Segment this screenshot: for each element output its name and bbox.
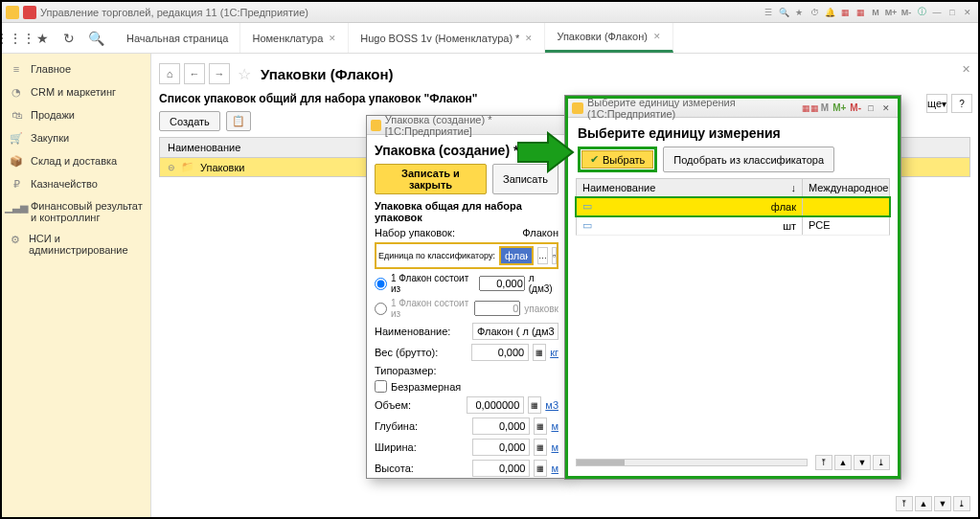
name-input[interactable] [472, 323, 558, 340]
back-button[interactable]: ← [184, 63, 205, 84]
grid-row[interactable]: ▭флак [576, 197, 890, 216]
sys-icon[interactable]: ▦ [838, 6, 852, 19]
app-title: Управление торговлей, редакция 11 (1С:Пр… [40, 7, 762, 18]
history-icon[interactable]: ↻ [56, 25, 82, 52]
more-button[interactable]: ще ▾ [926, 94, 947, 113]
nav-up[interactable]: ▲ [915, 496, 932, 511]
grid-row[interactable]: ▭шт PCE [576, 216, 890, 236]
radio2-value[interactable] [474, 301, 520, 316]
grid-icon[interactable]: ⋮⋮⋮ [2, 25, 29, 52]
sidebar-item-main[interactable]: ≡Главное [2, 57, 150, 80]
volume-input[interactable] [467, 396, 524, 414]
grid-header: Наименование↓ Международное [576, 178, 890, 197]
sys-icon[interactable]: ▦ [854, 6, 867, 19]
dialog-titlebar[interactable]: Выберите единицу измерения (1С:Предприят… [568, 99, 898, 118]
sys-icon[interactable]: ▦ [802, 103, 810, 113]
maximize-button[interactable]: □ [946, 6, 959, 19]
calc-button[interactable]: ▦ [534, 460, 547, 477]
calc-button[interactable]: ▦ [528, 396, 541, 414]
sidebar-item-treasury[interactable]: ₽Казначейство [2, 172, 150, 195]
depth-input[interactable] [472, 417, 530, 435]
dialog-heading: Выберите единицу измерения [568, 118, 898, 147]
tab-hugo[interactable]: Hugo BOSS 1v (Номенклатура) *✕ [349, 23, 545, 53]
classifier-input[interactable] [499, 246, 534, 265]
volume-unit[interactable]: м3 [545, 399, 558, 411]
m-button[interactable]: M [869, 6, 882, 19]
search-icon[interactable]: 🔍 [82, 25, 109, 52]
weight-unit[interactable]: кг [550, 347, 558, 358]
select-button[interactable]: ✔ Выбрать [581, 150, 653, 169]
width-unit[interactable]: м [551, 441, 558, 453]
help-button[interactable]: ? [951, 94, 972, 113]
height-unit[interactable]: м [551, 463, 558, 474]
depth-unit[interactable]: м [551, 420, 558, 432]
sidebar-item-sales[interactable]: 🛍Продажи [2, 103, 150, 126]
nav-down[interactable]: ▼ [934, 496, 951, 511]
favorite-icon[interactable]: ☆ [238, 65, 251, 83]
sidebar-item-admin[interactable]: ⚙НСИ и администрирование [2, 228, 150, 260]
tab-close-icon[interactable]: ✕ [525, 34, 533, 43]
sidebar-item-warehouse[interactable]: 📦Склад и доставка [2, 149, 150, 172]
create-button[interactable]: Создать [159, 111, 220, 131]
m-plus-button[interactable]: M+ [884, 6, 898, 19]
maximize-button[interactable]: □ [863, 102, 878, 115]
sys-icon[interactable]: ▦ [810, 103, 819, 113]
open-button[interactable]: ▫ [552, 247, 557, 264]
tab-packaging[interactable]: Упаковки (Флакон)✕ [545, 23, 672, 53]
radio-2[interactable] [375, 303, 387, 315]
home-button[interactable]: ⌂ [159, 63, 180, 84]
sidebar-item-crm[interactable]: ◔CRM и маркетинг [2, 80, 150, 103]
forward-button[interactable]: → [209, 63, 230, 84]
col-intl[interactable]: Международное [803, 179, 889, 196]
radio-1[interactable] [375, 278, 387, 290]
width-label: Ширина: [375, 441, 417, 453]
expand-icon[interactable]: ⊖ [168, 163, 175, 172]
scrollbar[interactable] [576, 459, 808, 466]
nav-first[interactable]: ⤒ [896, 496, 913, 511]
sidebar-item-purchases[interactable]: 🛒Закупки [2, 126, 150, 149]
m-plus-button[interactable]: M+ [831, 102, 848, 113]
calc-button[interactable]: ▦ [533, 344, 546, 361]
tab-close-icon[interactable]: ✕ [653, 32, 661, 41]
name-label: Наименование: [375, 326, 450, 337]
close-button[interactable]: ✕ [878, 102, 894, 115]
tab-close-icon[interactable]: ✕ [329, 34, 336, 43]
sys-icon[interactable]: 🔍 [777, 6, 790, 19]
set-value: Флакон [522, 227, 558, 238]
minimize-button[interactable]: — [930, 6, 944, 19]
sidebar-item-finance[interactable]: ▁▃▅Финансовый результат и контроллинг [2, 195, 150, 228]
sys-icon[interactable]: ⓘ [915, 6, 928, 19]
classifier-button[interactable]: Подобрать из классификатора [663, 147, 834, 172]
calc-button[interactable]: ▦ [534, 417, 547, 435]
radio1-value[interactable] [479, 276, 525, 291]
nav-last[interactable]: ⤓ [873, 455, 890, 470]
bezrazm-checkbox[interactable] [375, 380, 387, 393]
star-icon[interactable]: ★ [29, 25, 56, 52]
m-button[interactable]: M [819, 102, 831, 113]
close-button[interactable]: ✕ [961, 6, 974, 19]
sys-icon[interactable]: ★ [792, 6, 806, 19]
copy-button[interactable]: 📋 [226, 111, 251, 131]
sys-icon[interactable]: ⏱ [808, 6, 821, 19]
weight-input[interactable] [471, 344, 529, 361]
nav-first[interactable]: ⤒ [815, 455, 832, 470]
m-minus-button[interactable]: M- [900, 6, 913, 19]
width-input[interactable] [472, 439, 530, 456]
nav-last[interactable]: ⤓ [953, 496, 970, 511]
calc-button[interactable]: ▦ [534, 439, 547, 456]
col-name[interactable]: Наименование↓ [577, 179, 803, 196]
app-icon-2 [23, 6, 36, 19]
scroll-thumb[interactable] [577, 460, 625, 465]
save-close-button[interactable]: Записать и закрыть [375, 164, 487, 194]
close-icon[interactable]: ✕ [962, 63, 970, 76]
nav-down[interactable]: ▼ [854, 455, 871, 470]
dots-button[interactable]: … [537, 247, 548, 264]
tab-nomenclature[interactable]: Номенклатура✕ [240, 23, 349, 53]
sys-icon[interactable]: 🔔 [823, 6, 836, 19]
nav-up[interactable]: ▲ [834, 455, 852, 470]
radio1-label: 1 Флакон состоит из [391, 273, 475, 294]
m-minus-button[interactable]: M- [848, 102, 863, 113]
tab-start[interactable]: Начальная страница [115, 23, 240, 53]
height-input[interactable] [472, 460, 530, 477]
sys-icon[interactable]: ☰ [762, 6, 775, 19]
